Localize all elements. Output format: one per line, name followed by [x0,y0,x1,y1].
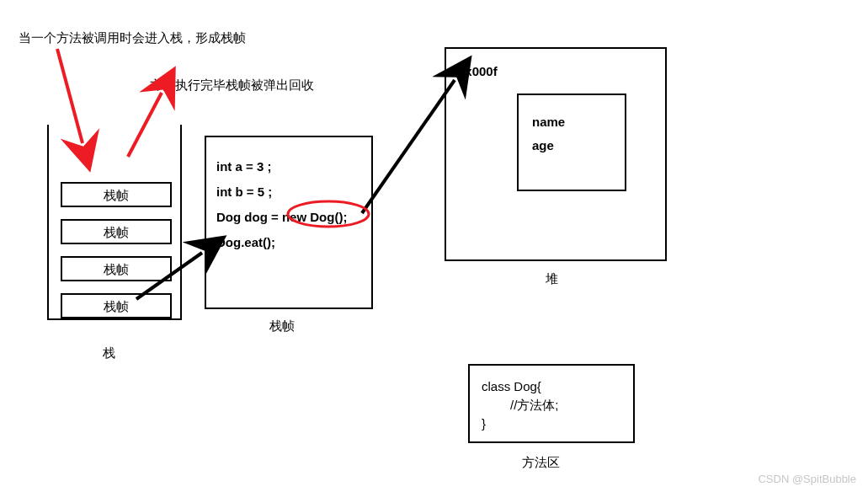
heap-object-box: name age [517,94,626,191]
stack-frame: 栈帧 [61,219,172,244]
code-line: } [482,414,621,433]
frame-detail-label: 栈帧 [269,318,295,334]
caption-enter-stack: 当一个方法被调用时会进入栈，形成栈帧 [19,30,246,46]
stack-memory-box: 栈帧 栈帧 栈帧 栈帧 [47,125,182,320]
code-line: int b = 5 ; [216,179,361,205]
method-area-box: class Dog{ //方法体; } [468,364,635,443]
heap-label: 堆 [546,271,558,287]
code-line: Dog dog = new Dog(); [216,205,361,230]
code-line: //方法体; [482,396,621,414]
stack-frame: 栈帧 [61,293,172,318]
stack-label: 栈 [103,345,115,361]
arrow-newdog-to-heap-icon [362,80,455,213]
caption-pop-stack: 方法执行完毕栈帧被弹出回收 [150,78,314,94]
stack-frame-detail-box: int a = 3 ; int b = 5 ; Dog dog = new Do… [205,136,373,309]
stack-frame: 栈帧 [61,256,172,281]
stack-frame: 栈帧 [61,182,172,207]
code-line: class Dog{ [482,377,621,396]
heap-object-address: 0x000f [458,64,653,78]
code-line: int a = 3 ; [216,154,361,179]
code-line: Dog.eat(); [216,230,361,255]
object-field: name [532,110,611,134]
heap-memory-box: 0x000f name age [445,47,667,261]
object-field: age [532,134,611,158]
watermark: CSDN @SpitBubble [758,473,856,485]
method-area-label: 方法区 [522,455,560,471]
